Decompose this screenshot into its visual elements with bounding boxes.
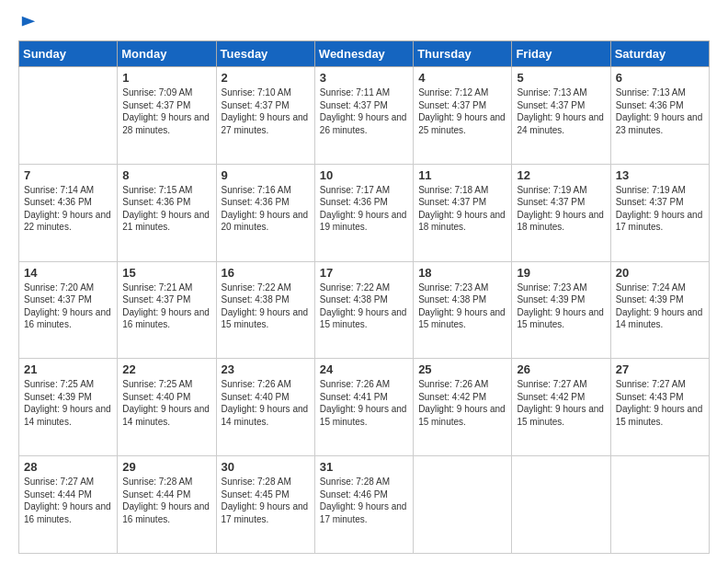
day-number: 13 (616, 168, 704, 182)
col-header-sunday: Sunday (19, 41, 118, 67)
day-number: 15 (122, 266, 210, 280)
calendar-cell: 16Sunrise: 7:22 AM Sunset: 4:38 PM Dayli… (216, 261, 314, 359)
day-number: 22 (122, 362, 210, 376)
day-number: 14 (24, 266, 112, 280)
day-info: Sunrise: 7:20 AM Sunset: 4:37 PM Dayligh… (24, 282, 112, 331)
calendar-table: SundayMondayTuesdayWednesdayThursdayFrid… (18, 40, 710, 554)
calendar-cell: 10Sunrise: 7:17 AM Sunset: 4:36 PM Dayli… (314, 164, 413, 261)
day-number: 3 (320, 71, 408, 85)
calendar-cell: 20Sunrise: 7:24 AM Sunset: 4:39 PM Dayli… (610, 261, 709, 359)
day-info: Sunrise: 7:28 AM Sunset: 4:45 PM Dayligh… (222, 476, 310, 525)
day-info: Sunrise: 7:15 AM Sunset: 4:36 PM Dayligh… (122, 184, 210, 234)
day-info: Sunrise: 7:26 AM Sunset: 4:42 PM Dayligh… (418, 378, 506, 428)
day-number: 16 (222, 266, 310, 280)
day-info: Sunrise: 7:27 AM Sunset: 4:43 PM Dayligh… (616, 378, 704, 428)
calendar-cell (610, 456, 709, 554)
day-info: Sunrise: 7:19 AM Sunset: 4:37 PM Dayligh… (517, 184, 605, 234)
calendar-cell: 13Sunrise: 7:19 AM Sunset: 4:37 PM Dayli… (610, 164, 709, 261)
day-info: Sunrise: 7:14 AM Sunset: 4:36 PM Dayligh… (24, 184, 112, 234)
day-info: Sunrise: 7:26 AM Sunset: 4:40 PM Dayligh… (222, 378, 310, 428)
day-info: Sunrise: 7:19 AM Sunset: 4:37 PM Dayligh… (616, 184, 704, 234)
day-number: 30 (222, 460, 310, 474)
day-info: Sunrise: 7:18 AM Sunset: 4:37 PM Dayligh… (418, 184, 506, 234)
calendar-cell: 1Sunrise: 7:09 AM Sunset: 4:37 PM Daylig… (118, 67, 216, 165)
day-number: 18 (418, 266, 506, 280)
day-number: 28 (24, 460, 112, 474)
calendar-cell: 17Sunrise: 7:22 AM Sunset: 4:38 PM Dayli… (314, 261, 413, 359)
day-info: Sunrise: 7:13 AM Sunset: 4:36 PM Dayligh… (616, 86, 704, 136)
day-number: 23 (222, 362, 310, 376)
calendar-cell: 7Sunrise: 7:14 AM Sunset: 4:36 PM Daylig… (19, 164, 118, 261)
day-number: 31 (320, 460, 408, 474)
calendar-cell: 19Sunrise: 7:23 AM Sunset: 4:39 PM Dayli… (512, 261, 610, 359)
calendar-cell: 3Sunrise: 7:11 AM Sunset: 4:37 PM Daylig… (314, 67, 413, 165)
calendar-header-row: SundayMondayTuesdayWednesdayThursdayFrid… (19, 41, 710, 67)
calendar-cell: 15Sunrise: 7:21 AM Sunset: 4:37 PM Dayli… (118, 261, 216, 359)
day-info: Sunrise: 7:25 AM Sunset: 4:39 PM Dayligh… (24, 378, 112, 428)
day-number: 7 (24, 168, 112, 182)
calendar-cell: 2Sunrise: 7:10 AM Sunset: 4:37 PM Daylig… (216, 67, 314, 165)
day-number: 2 (222, 71, 310, 85)
logo (18, 15, 37, 31)
calendar-cell: 4Sunrise: 7:12 AM Sunset: 4:37 PM Daylig… (414, 67, 512, 165)
col-header-saturday: Saturday (610, 41, 709, 67)
day-info: Sunrise: 7:23 AM Sunset: 4:38 PM Dayligh… (418, 282, 506, 331)
calendar-cell: 21Sunrise: 7:25 AM Sunset: 4:39 PM Dayli… (19, 359, 118, 456)
day-info: Sunrise: 7:22 AM Sunset: 4:38 PM Dayligh… (222, 282, 310, 331)
day-number: 4 (418, 71, 506, 85)
week-row-2: 7Sunrise: 7:14 AM Sunset: 4:36 PM Daylig… (19, 164, 710, 261)
day-number: 21 (24, 362, 112, 376)
day-number: 24 (320, 362, 408, 376)
calendar-cell: 6Sunrise: 7:13 AM Sunset: 4:36 PM Daylig… (610, 67, 709, 165)
calendar-cell: 14Sunrise: 7:20 AM Sunset: 4:37 PM Dayli… (19, 261, 118, 359)
calendar-cell: 28Sunrise: 7:27 AM Sunset: 4:44 PM Dayli… (19, 456, 118, 554)
calendar-cell: 5Sunrise: 7:13 AM Sunset: 4:37 PM Daylig… (512, 67, 610, 165)
day-info: Sunrise: 7:12 AM Sunset: 4:37 PM Dayligh… (418, 86, 506, 136)
calendar-cell (414, 456, 512, 554)
day-number: 11 (418, 168, 506, 182)
calendar-cell (512, 456, 610, 554)
calendar-cell: 23Sunrise: 7:26 AM Sunset: 4:40 PM Dayli… (216, 359, 314, 456)
day-number: 9 (222, 168, 310, 182)
col-header-wednesday: Wednesday (314, 41, 413, 67)
calendar-cell (19, 67, 118, 165)
day-info: Sunrise: 7:27 AM Sunset: 4:42 PM Dayligh… (517, 378, 605, 428)
day-number: 5 (517, 71, 605, 85)
calendar-cell: 22Sunrise: 7:25 AM Sunset: 4:40 PM Dayli… (118, 359, 216, 456)
day-number: 29 (122, 460, 210, 474)
week-row-3: 14Sunrise: 7:20 AM Sunset: 4:37 PM Dayli… (19, 261, 710, 359)
day-info: Sunrise: 7:10 AM Sunset: 4:37 PM Dayligh… (222, 86, 310, 136)
col-header-thursday: Thursday (414, 41, 512, 67)
day-info: Sunrise: 7:25 AM Sunset: 4:40 PM Dayligh… (122, 378, 210, 428)
day-info: Sunrise: 7:28 AM Sunset: 4:46 PM Dayligh… (320, 476, 408, 525)
col-header-monday: Monday (118, 41, 216, 67)
svg-marker-0 (22, 17, 35, 27)
day-number: 20 (616, 266, 704, 280)
calendar-cell: 26Sunrise: 7:27 AM Sunset: 4:42 PM Dayli… (512, 359, 610, 456)
day-info: Sunrise: 7:27 AM Sunset: 4:44 PM Dayligh… (24, 476, 112, 525)
day-info: Sunrise: 7:21 AM Sunset: 4:37 PM Dayligh… (122, 282, 210, 331)
calendar-cell: 31Sunrise: 7:28 AM Sunset: 4:46 PM Dayli… (314, 456, 413, 554)
col-header-tuesday: Tuesday (216, 41, 314, 67)
day-info: Sunrise: 7:13 AM Sunset: 4:37 PM Dayligh… (517, 86, 605, 136)
week-row-5: 28Sunrise: 7:27 AM Sunset: 4:44 PM Dayli… (19, 456, 710, 554)
header (18, 15, 710, 31)
calendar-cell: 18Sunrise: 7:23 AM Sunset: 4:38 PM Dayli… (414, 261, 512, 359)
logo-flag-icon (20, 15, 37, 31)
calendar-cell: 11Sunrise: 7:18 AM Sunset: 4:37 PM Dayli… (414, 164, 512, 261)
calendar-cell: 25Sunrise: 7:26 AM Sunset: 4:42 PM Dayli… (414, 359, 512, 456)
day-number: 19 (517, 266, 605, 280)
day-info: Sunrise: 7:16 AM Sunset: 4:36 PM Dayligh… (222, 184, 310, 234)
day-number: 25 (418, 362, 506, 376)
day-info: Sunrise: 7:23 AM Sunset: 4:39 PM Dayligh… (517, 282, 605, 331)
calendar-cell: 9Sunrise: 7:16 AM Sunset: 4:36 PM Daylig… (216, 164, 314, 261)
day-number: 26 (517, 362, 605, 376)
calendar-cell: 12Sunrise: 7:19 AM Sunset: 4:37 PM Dayli… (512, 164, 610, 261)
day-info: Sunrise: 7:11 AM Sunset: 4:37 PM Dayligh… (320, 86, 408, 136)
day-info: Sunrise: 7:09 AM Sunset: 4:37 PM Dayligh… (122, 86, 210, 136)
calendar-cell: 29Sunrise: 7:28 AM Sunset: 4:44 PM Dayli… (118, 456, 216, 554)
calendar-cell: 8Sunrise: 7:15 AM Sunset: 4:36 PM Daylig… (118, 164, 216, 261)
day-number: 12 (517, 168, 605, 182)
day-info: Sunrise: 7:22 AM Sunset: 4:38 PM Dayligh… (320, 282, 408, 331)
day-info: Sunrise: 7:26 AM Sunset: 4:41 PM Dayligh… (320, 378, 408, 428)
